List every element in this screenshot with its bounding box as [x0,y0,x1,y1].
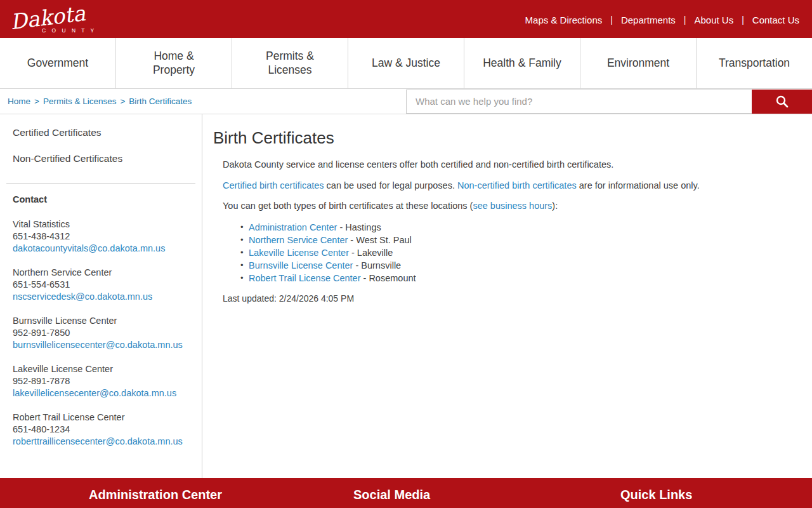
paragraph-text: can be used for legal purposes. [324,180,457,190]
contact-phone: 952-891-7850 [13,327,189,339]
contact-group-robert-trail-license-center: Robert Trail License Center 651-480-1234… [13,411,189,448]
location-item: Burnsville License Center - Burnsville [240,261,793,270]
contact-phone: 651-554-6531 [13,279,189,291]
northern-service-center-link[interactable]: Northern Service Center [249,235,348,245]
nav-label: Law & Justice [372,57,440,70]
utility-link-about-us[interactable]: About Us [694,15,733,25]
certified-birth-certificates-link[interactable]: Certified birth certificates [223,180,324,190]
search-input[interactable] [406,90,752,114]
contact-name: Vital Statistics [13,218,189,231]
top-header: Dakota C O U N T Y Maps & Directions | D… [0,0,812,38]
location-suffix: - West St. Paul [348,235,411,245]
contact-group-lakeville-license-center: Lakeville License Center 952-891-7878 la… [13,363,189,399]
dakota-county-logo[interactable]: Dakota C O U N T Y [5,1,113,37]
contact-phone: 952-891-7878 [13,375,189,387]
contact-name: Lakeville License Center [13,363,189,375]
footer-heading-quick-links: Quick Links [620,488,692,502]
lakeville-license-center-link[interactable]: Lakeville License Center [249,248,349,258]
contact-group-northern-service-center: Northern Service Center 651-554-6531 nsc… [13,267,189,303]
search-icon [775,95,789,109]
contact-email-link[interactable]: roberttraillicensecenter@co.dakota.mn.us [13,436,183,446]
location-suffix: - Lakeville [349,248,393,258]
page-title: Birth Certificates [213,128,793,148]
breadcrumb-current-birth-certificates[interactable]: Birth Certificates [129,97,192,106]
utility-link-contact-us[interactable]: Contact Us [752,15,799,25]
breadcrumb: Home > Permits & Licenses > Birth Certif… [0,97,192,106]
contact-phone: 651-438-4312 [13,231,189,243]
nav-label: Transportation [719,57,790,70]
paragraph-text: are for informational use only. [577,180,700,190]
logo-tagline: C O U N T Y [42,27,96,34]
contact-group-burnsville-license-center: Burnsville License Center 952-891-7850 b… [13,315,189,351]
contact-email-link[interactable]: lakevillelicensecenter@co.dakota.mn.us [13,388,176,398]
nav-item-government[interactable]: Government [0,38,116,88]
nav-item-home-property[interactable]: Home & Property [116,38,232,88]
contact-heading: Contact [13,194,189,204]
nav-label: Government [27,57,88,70]
nav-item-permits-licenses[interactable]: Permits & Licenses [232,38,348,88]
site-search [406,90,812,114]
logo-graphic: Dakota C O U N T Y [5,1,113,35]
search-button[interactable] [752,90,812,114]
utility-separator: | [742,15,744,25]
location-item: Administration Center - Hastings [240,223,793,232]
location-suffix: - Rosemount [361,273,416,283]
paragraph-text: You can get both types of birth certific… [223,201,473,211]
certificate-types-paragraph: Certified birth certificates can be used… [223,180,793,192]
breadcrumb-link-home[interactable]: Home [8,97,30,106]
paragraph-text: ): [552,201,558,211]
page-footer: Administration Center Social Media Quick… [0,478,812,508]
locations-list: Administration Center - Hastings Norther… [240,223,793,283]
contact-email-link[interactable]: burnsvillelicensecenter@co.dakota.mn.us [13,340,183,350]
nav-item-environment[interactable]: Environment [580,38,697,88]
nav-label: Permits & Licenses [255,50,325,77]
utility-link-maps-directions[interactable]: Maps & Directions [525,15,603,25]
nav-item-health-family[interactable]: Health & Family [464,38,580,88]
content-region: Certified Certificates Non-Certified Cer… [0,114,812,478]
utility-link-departments[interactable]: Departments [621,15,676,25]
main-content: Birth Certificates Dakota County service… [202,114,812,478]
administration-center-link[interactable]: Administration Center [249,222,337,232]
contact-name: Robert Trail License Center [13,411,189,424]
breadcrumb-separator: > [120,97,125,106]
utility-nav: Maps & Directions | Departments | About … [525,15,799,25]
last-updated-text: Last updated: 2/24/2026 4:05 PM [223,293,793,304]
contact-email-link[interactable]: nscservicedesk@co.dakota.mn.us [13,291,152,302]
location-suffix: - Burnsville [353,260,401,271]
contact-name: Burnsville License Center [13,315,189,327]
contact-name: Northern Service Center [13,267,189,279]
utility-separator: | [610,15,613,25]
location-suffix: - Hastings [337,222,381,232]
sidebar-divider [6,184,195,184]
nav-label: Health & Family [483,57,561,70]
location-item: Northern Service Center - West St. Paul [240,236,793,244]
footer-heading-social-media: Social Media [353,488,430,502]
breadcrumb-separator: > [34,97,39,106]
intro-paragraph: Dakota County service and license center… [223,159,793,171]
locations-intro-paragraph: You can get both types of birth certific… [223,200,793,212]
burnsville-license-center-link[interactable]: Burnsville License Center [249,260,353,271]
location-item: Lakeville License Center - Lakeville [240,248,793,257]
nav-item-law-justice[interactable]: Law & Justice [348,38,464,88]
left-sidebar: Certified Certificates Non-Certified Cer… [0,114,202,478]
nav-label: Environment [607,57,669,70]
nav-item-transportation[interactable]: Transportation [697,38,812,88]
sidebar-link-certified-certificates[interactable]: Certified Certificates [13,127,189,138]
footer-heading-administration-center: Administration Center [89,488,222,502]
main-nav: Government Home & Property Permits & Lic… [0,38,812,89]
contact-group-vital-statistics: Vital Statistics 651-438-4312 dakotacoun… [13,218,189,255]
robert-trail-license-center-link[interactable]: Robert Trail License Center [249,273,361,283]
contact-email-link[interactable]: dakotacountyvitals@co.dakota.mn.us [13,243,165,253]
nav-label: Home & Property [139,50,209,77]
sidebar-link-non-certified-certificates[interactable]: Non-Certified Certificates [13,153,189,164]
location-item: Robert Trail License Center - Rosemount [240,274,793,283]
breadcrumb-search-bar: Home > Permits & Licenses > Birth Certif… [0,89,812,114]
non-certified-birth-certificates-link[interactable]: Non-certified birth certificates [457,180,577,190]
breadcrumb-link-permits-licenses[interactable]: Permits & Licenses [43,97,117,106]
see-business-hours-link[interactable]: see business hours [473,201,552,211]
contact-phone: 651-480-1234 [13,424,189,436]
utility-separator: | [684,15,686,25]
